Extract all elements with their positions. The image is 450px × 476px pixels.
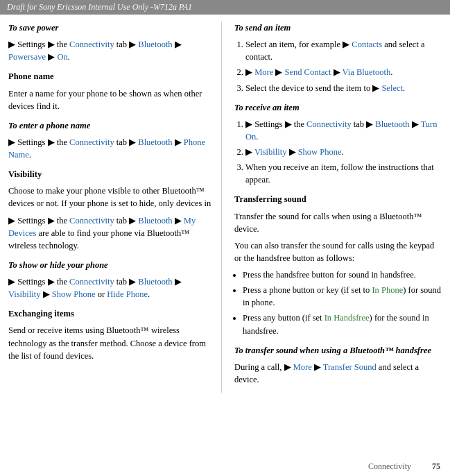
header: Draft for Sony Ericsson Internal Use Onl… xyxy=(0,0,450,15)
receive-item-step-2: ▶ Visibility ▶ Show Phone. xyxy=(245,146,442,158)
section-save-power: To save power ▶ Settings ▶ the Connectiv… xyxy=(8,22,216,63)
receive-item-list: ▶ Settings ▶ the Connectivity tab ▶ Blue… xyxy=(234,118,442,187)
visibility-title: Visibility xyxy=(8,169,42,179)
header-text: Draft for Sony Ericsson Internal Use Onl… xyxy=(0,0,450,15)
send-item-title: To send an item xyxy=(234,23,291,33)
transfer-sound-call-title: To transfer sound when using a Bluetooth… xyxy=(234,346,431,355)
save-power-content: ▶ Settings ▶ the Connectivity tab ▶ Blue… xyxy=(8,38,216,63)
enter-phone-name-content: ▶ Settings ▶ the Connectivity tab ▶ Blue… xyxy=(8,136,216,161)
exchanging-items-body: Send or receive items using Bluetooth™ w… xyxy=(8,324,216,362)
footer-connectivity: Connectivity xyxy=(368,461,411,472)
section-show-hide: To show or hide your phone ▶ Settings ▶ … xyxy=(8,259,216,300)
receive-item-step-1: ▶ Settings ▶ the Connectivity tab ▶ Blue… xyxy=(245,118,442,143)
show-hide-content: ▶ Settings ▶ the Connectivity tab ▶ Blue… xyxy=(8,275,216,300)
phone-name-body: Enter a name for your phone to be shown … xyxy=(8,87,216,112)
enter-phone-name-title: To enter a phone name xyxy=(8,121,90,130)
transferring-sound-title: Transferring sound xyxy=(234,194,306,204)
section-exchanging-items: Exchanging items Send or receive items u… xyxy=(8,307,216,362)
section-visibility: Visibility Choose to make your phone vis… xyxy=(8,168,216,252)
send-item-step-3: Select the device to send the item to ▶ … xyxy=(245,82,442,94)
send-item-list: Select an item, for example ▶ Contacts a… xyxy=(234,38,442,94)
transferring-sound-bullets: Press the handsfree button for sound in … xyxy=(234,269,442,337)
exchanging-items-title: Exchanging items xyxy=(8,309,74,318)
transferring-sound-body2: You can also transfer the sound for call… xyxy=(234,239,442,264)
transferring-sound-body1: Transfer the sound for calls when using … xyxy=(234,210,442,235)
phone-name-title: Phone name xyxy=(8,71,54,81)
receive-item-step-3: When you receive an item, follow the ins… xyxy=(245,161,442,186)
send-item-step-2: ▶ More ▶ Send Contact ▶ Via Bluetooth. xyxy=(245,66,442,78)
section-transfer-sound-call: To transfer sound when using a Bluetooth… xyxy=(234,344,442,386)
section-send-item: To send an item Select an item, for exam… xyxy=(234,22,442,94)
footer-page: 75 xyxy=(432,461,440,472)
main-content: To save power ▶ Settings ▶ the Connectiv… xyxy=(0,15,450,414)
visibility-content: ▶ Settings ▶ the Connectivity tab ▶ Blue… xyxy=(8,214,216,252)
save-power-title: To save power xyxy=(8,23,58,33)
show-hide-title: To show or hide your phone xyxy=(8,260,108,270)
bullet-handsfree: Press the handsfree button for sound in … xyxy=(243,269,442,281)
section-transferring-sound: Transferring sound Transfer the sound fo… xyxy=(234,193,442,337)
footer: Connectivity 75 xyxy=(368,461,440,472)
bullet-in-handsfree: Press any button (if set In Handsfree) f… xyxy=(243,312,442,337)
bullet-in-phone: Press a phone button or key (if set to I… xyxy=(243,284,442,309)
receive-item-title: To receive an item xyxy=(234,103,300,112)
section-enter-phone-name: To enter a phone name ▶ Settings ▶ the C… xyxy=(8,119,216,161)
section-receive-item: To receive an item ▶ Settings ▶ the Conn… xyxy=(234,101,442,187)
left-column: To save power ▶ Settings ▶ the Connectiv… xyxy=(8,22,222,393)
transfer-sound-call-content: During a call, ▶ More ▶ Transfer Sound a… xyxy=(234,361,442,386)
section-phone-name: Phone name Enter a name for your phone t… xyxy=(8,70,216,112)
visibility-body: Choose to make your phone visible to oth… xyxy=(8,185,216,210)
right-column: To send an item Select an item, for exam… xyxy=(229,22,442,393)
send-item-step-1: Select an item, for example ▶ Contacts a… xyxy=(245,38,442,63)
